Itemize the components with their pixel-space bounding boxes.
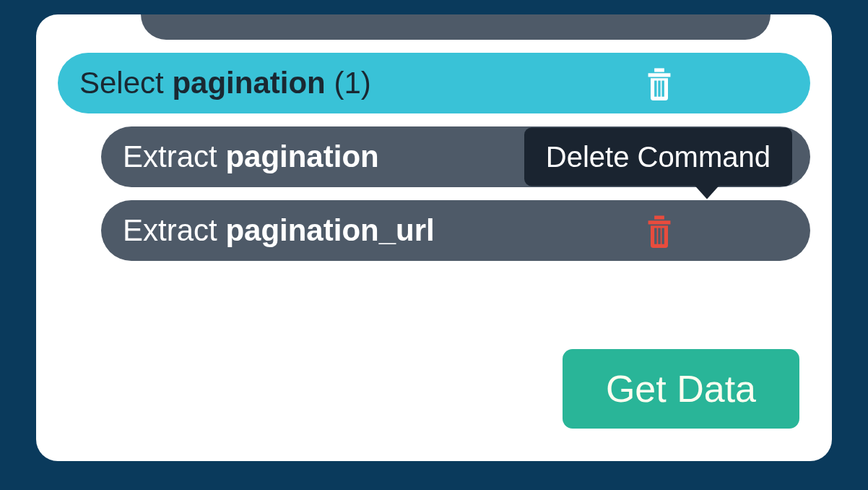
get-data-button[interactable]: Get Data [563, 349, 799, 429]
row-extract-pagination[interactable]: Extract pagination Delete Command [101, 126, 810, 187]
svg-rect-0 [648, 73, 671, 77]
svg-rect-3 [654, 215, 664, 219]
count-text: (1) [334, 66, 370, 100]
svg-rect-1 [654, 68, 664, 72]
svg-rect-2 [648, 220, 671, 224]
name-text: pagination [225, 139, 378, 173]
delete-icon-wrap [644, 66, 789, 100]
command-panel: Select pagination (1) Extract pagination… [36, 14, 832, 461]
action-text: Extract [123, 213, 217, 247]
name-text: pagination [172, 66, 325, 100]
row-label: Extract pagination_url [123, 213, 644, 248]
trash-icon[interactable] [644, 66, 674, 100]
delete-command-tooltip: Delete Command [524, 128, 792, 186]
delete-icon-wrap [644, 213, 789, 248]
action-text: Select [79, 66, 164, 100]
trash-icon[interactable] [644, 213, 674, 248]
name-text: pagination_url [225, 213, 434, 247]
top-partial-row [141, 14, 771, 40]
action-text: Extract [123, 139, 217, 173]
row-extract-pagination-url[interactable]: Extract pagination_url [101, 200, 810, 261]
row-label: Select pagination (1) [79, 66, 644, 100]
row-select-pagination[interactable]: Select pagination (1) [58, 53, 810, 113]
